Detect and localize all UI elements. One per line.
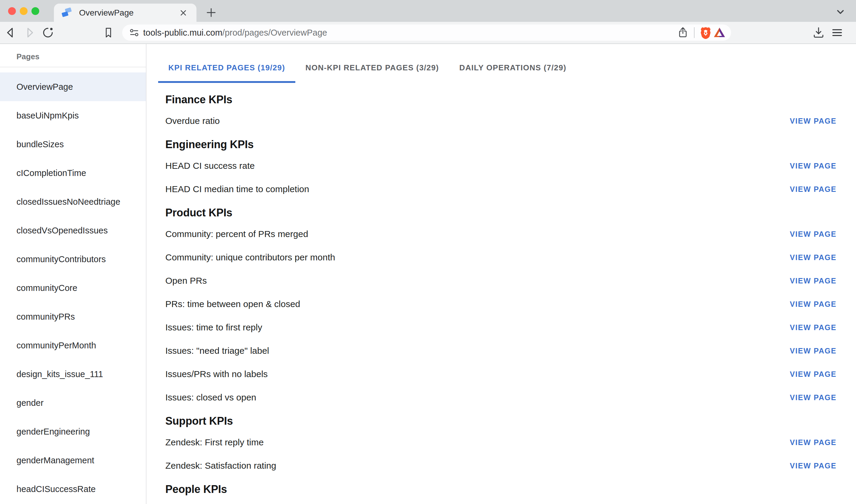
reload-icon[interactable]	[40, 25, 55, 40]
sidebar-item[interactable]: closedIssuesNoNeedtriage	[0, 187, 146, 216]
sidebar-item[interactable]: cICompletionTime	[0, 159, 146, 187]
sidebar-item[interactable]: genderManagement	[0, 446, 146, 475]
browser-window: OverviewPage	[0, 0, 856, 504]
menu-icon[interactable]	[829, 25, 845, 40]
close-tab-icon[interactable]	[177, 7, 189, 19]
kpi-label: HEAD CI median time to completion	[165, 184, 309, 194]
zoom-window-button[interactable]	[32, 7, 39, 15]
view-page-button[interactable]: VIEW PAGE	[789, 320, 837, 335]
sidebar-item[interactable]: OverviewPage	[0, 72, 146, 101]
view-page-button[interactable]: VIEW PAGE	[789, 297, 837, 311]
site-settings-icon[interactable]	[127, 26, 141, 39]
sidebar-item[interactable]: gender	[0, 389, 146, 417]
tab-non-kpi-related[interactable]: NON-KPI RELATED PAGES (3/29)	[295, 54, 449, 83]
sidebar-item[interactable]: communityPRs	[0, 302, 146, 331]
url-bar[interactable]: tools-public.mui.com/prod/pages/Overview…	[122, 24, 731, 41]
kpi-section: Support KPIsZendesk: First reply timeVIE…	[165, 414, 837, 478]
minimize-window-button[interactable]	[20, 7, 28, 15]
kpi-label: Issues: closed vs open	[165, 392, 256, 402]
sidebar-item[interactable]: closedVsOpenedIssues	[0, 216, 146, 245]
back-icon[interactable]	[3, 25, 18, 40]
kpi-label: Issues: "need triage" label	[165, 346, 269, 356]
kpi-label: Zendesk: Satisfaction rating	[165, 461, 276, 471]
kpi-row: Overdue ratioVIEW PAGE	[165, 109, 837, 132]
sidebar-item[interactable]: communityCore	[0, 273, 146, 302]
kpi-label: Overdue ratio	[165, 116, 220, 126]
kpi-row: Open PRsVIEW PAGE	[165, 269, 837, 292]
view-page-button[interactable]: VIEW PAGE	[789, 182, 837, 197]
toolbar-divider	[694, 27, 695, 38]
pages-sidebar: Pages OverviewPagebaseUiNpmKpisbundleSiz…	[0, 44, 146, 504]
kpi-row: Issues: time to first replyVIEW PAGE	[165, 316, 837, 339]
section-title: Support KPIs	[165, 414, 837, 428]
kpi-row: Community: percent of PRs mergedVIEW PAG…	[165, 222, 837, 246]
view-page-button[interactable]: VIEW PAGE	[789, 227, 837, 241]
kpi-row: Issues: "need triage" labelVIEW PAGE	[165, 339, 837, 362]
tab-daily-operations[interactable]: DAILY OPERATIONS (7/29)	[449, 54, 577, 83]
section-title: Engineering KPIs	[165, 137, 837, 152]
sidebar-item[interactable]: genderEngineering	[0, 417, 146, 446]
brave-shield-icon[interactable]	[699, 26, 713, 39]
chevron-down-icon[interactable]	[832, 4, 849, 20]
page-content: Pages OverviewPagebaseUiNpmKpisbundleSiz…	[0, 44, 856, 504]
mui-favicon-icon	[60, 7, 72, 19]
view-page-button[interactable]: VIEW PAGE	[789, 435, 837, 450]
sidebar-item[interactable]: headCISuccessRate	[0, 475, 146, 503]
browser-tab[interactable]: OverviewPage	[54, 4, 196, 22]
sidebar-item[interactable]: communityPerMonth	[0, 331, 146, 360]
sidebar-item[interactable]: bundleSizes	[0, 130, 146, 159]
section-title: Finance KPIs	[165, 92, 837, 107]
kpi-row: Issues: closed vs openVIEW PAGE	[165, 386, 837, 409]
view-page-button[interactable]: VIEW PAGE	[789, 367, 837, 382]
url-path: /prod/pages/OverviewPage	[222, 28, 327, 37]
kpi-label: PRs: time between open & closed	[165, 299, 300, 309]
tab-title: OverviewPage	[79, 8, 177, 18]
kpi-label: Community: unique contributors per month	[165, 252, 335, 263]
kpi-section: Engineering KPIsHEAD CI success rateVIEW…	[165, 137, 837, 201]
kpi-row: HEAD CI success rateVIEW PAGE	[165, 154, 837, 178]
kpi-row: Zendesk: First reply timeVIEW PAGE	[165, 431, 837, 454]
url-text: tools-public.mui.com/prod/pages/Overview…	[143, 28, 327, 38]
tab-strip: OverviewPage	[0, 0, 856, 22]
kpi-sections: Finance KPIsOverdue ratioVIEW PAGEEngine…	[165, 92, 837, 497]
section-title: People KPIs	[165, 482, 837, 497]
view-page-button[interactable]: VIEW PAGE	[789, 344, 837, 358]
kpi-section: Product KPIsCommunity: percent of PRs me…	[165, 205, 837, 409]
kpi-label: Community: percent of PRs merged	[165, 229, 308, 239]
kpi-row: PRs: time between open & closedVIEW PAGE	[165, 292, 837, 316]
view-page-button[interactable]: VIEW PAGE	[789, 159, 837, 173]
sidebar-item[interactable]: communityContributors	[0, 245, 146, 273]
kpi-row: HEAD CI median time to completionVIEW PA…	[165, 178, 837, 201]
section-title: Product KPIs	[165, 205, 837, 220]
category-tabs: KPI RELATED PAGES (19/29)NON-KPI RELATED…	[158, 54, 837, 83]
new-tab-icon[interactable]	[203, 4, 220, 21]
sidebar-list: OverviewPagebaseUiNpmKpisbundleSizescICo…	[0, 67, 146, 503]
view-page-button[interactable]: VIEW PAGE	[789, 114, 837, 128]
kpi-section: People KPIs	[165, 482, 837, 497]
kpi-label: HEAD CI success rate	[165, 161, 255, 171]
sidebar-item[interactable]: design_kits_issue_111	[0, 360, 146, 389]
traffic-lights	[8, 7, 39, 15]
sidebar-header: Pages	[0, 44, 146, 67]
view-page-button[interactable]: VIEW PAGE	[789, 458, 837, 473]
view-page-button[interactable]: VIEW PAGE	[789, 273, 837, 288]
browser-toolbar: tools-public.mui.com/prod/pages/Overview…	[0, 22, 856, 44]
close-window-button[interactable]	[8, 7, 16, 15]
bat-rewards-icon[interactable]	[713, 26, 726, 39]
kpi-section: Finance KPIsOverdue ratioVIEW PAGE	[165, 92, 837, 132]
view-page-button[interactable]: VIEW PAGE	[789, 250, 837, 265]
url-domain: tools-public.mui.com	[143, 28, 222, 37]
kpi-label: Issues/PRs with no labels	[165, 369, 268, 379]
kpi-row: Community: unique contributors per month…	[165, 246, 837, 269]
tab-kpi-related[interactable]: KPI RELATED PAGES (19/29)	[158, 54, 295, 83]
forward-icon[interactable]	[22, 25, 37, 40]
kpi-row: Issues/PRs with no labelsVIEW PAGE	[165, 362, 837, 386]
download-icon[interactable]	[811, 25, 826, 40]
share-icon[interactable]	[676, 26, 690, 39]
kpi-label: Issues: time to first reply	[165, 322, 262, 332]
kpi-label: Zendesk: First reply time	[165, 437, 264, 447]
sidebar-item[interactable]: baseUiNpmKpis	[0, 101, 146, 130]
kpi-label: Open PRs	[165, 276, 207, 286]
bookmark-icon[interactable]	[101, 25, 116, 40]
view-page-button[interactable]: VIEW PAGE	[789, 390, 837, 405]
